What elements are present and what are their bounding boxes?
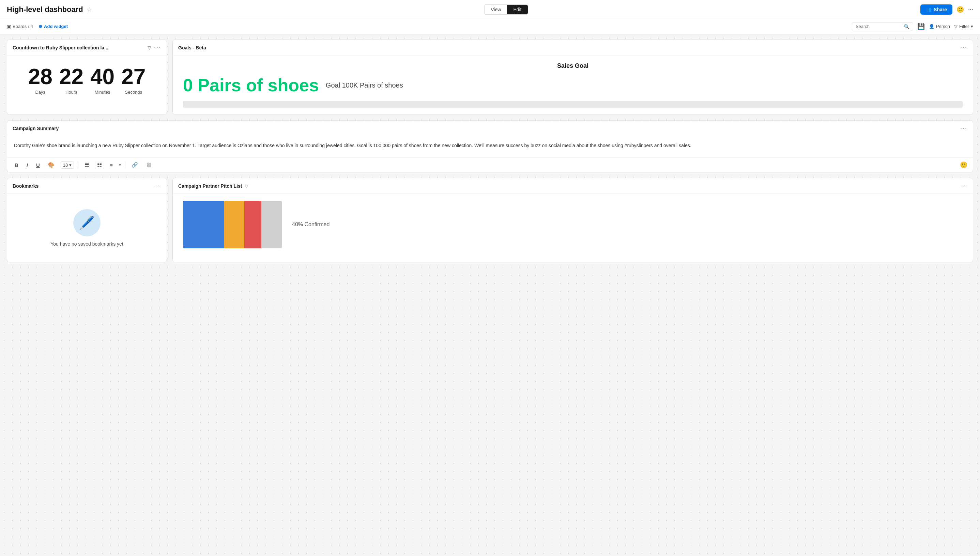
goals-widget-title: Goals - Beta — [178, 45, 206, 50]
campaign-summary-header: Campaign Summary ··· — [7, 121, 973, 136]
pitch-widget-header: Campaign Partner Pitch List ▽ ··· — [173, 178, 973, 194]
bold-button[interactable]: B — [13, 162, 21, 169]
unordered-list-button[interactable]: ☰ — [82, 161, 91, 169]
header-left: High-level dashboard ☆ — [7, 5, 92, 14]
countdown-hours-value: 22 — [59, 66, 84, 87]
countdown-days: 28 Days — [28, 66, 52, 95]
countdown-hours: 22 Hours — [59, 66, 84, 95]
bookmarks-title: Bookmarks — [13, 183, 39, 189]
pitch-bar-2 — [224, 200, 244, 248]
favorite-icon[interactable]: ☆ — [87, 6, 92, 13]
countdown-widget-header: Countdown to Ruby Slipper collection la.… — [7, 40, 167, 55]
filter-label: Filter — [959, 24, 969, 29]
edit-button[interactable]: Edit — [507, 5, 527, 14]
campaign-toolbar: B I U 🎨 18 ▾ ☰ ☷ ≡ ▾ 🔗 ⛓ 🙂 — [7, 157, 973, 172]
person-filter-button[interactable]: 👤 Person — [929, 24, 950, 29]
toolbar-divider-2 — [125, 162, 125, 168]
add-widget-label: Add widget — [44, 24, 68, 29]
unlink-button[interactable]: ⛓ — [144, 162, 153, 169]
countdown-minutes: 40 Minutes — [90, 66, 115, 95]
add-widget-button[interactable]: ⊕ Add widget — [39, 24, 68, 29]
share-label: Share — [934, 7, 947, 12]
bookmarks-empty-icon: 🖊️ — [73, 209, 100, 236]
search-box[interactable]: 🔍 — [852, 22, 913, 31]
app-header: High-level dashboard ☆ View Edit 👥 Share… — [0, 0, 980, 19]
emoji-button[interactable]: 🙂 — [960, 161, 967, 169]
align-button[interactable]: ≡ — [108, 162, 115, 169]
view-edit-toggle: View Edit — [484, 5, 528, 15]
countdown-days-value: 28 — [28, 66, 52, 87]
view-edit-group: View Edit — [484, 5, 528, 15]
campaign-summary-widget: Campaign Summary ··· Dorothy Gale's shoe… — [7, 120, 973, 172]
person-label: Person — [936, 24, 950, 29]
pitch-widget-title: Campaign Partner Pitch List — [178, 183, 242, 189]
pitch-confirmed-text: 40% Confirmed — [292, 221, 330, 228]
add-widget-plus-icon: ⊕ — [39, 24, 42, 29]
countdown-widget-title: Countdown to Ruby Slipper collection la.… — [13, 45, 108, 50]
save-view-icon[interactable]: 💾 — [917, 23, 925, 30]
font-size-chevron: ▾ — [69, 163, 71, 168]
countdown-seconds-value: 27 — [121, 66, 146, 87]
color-picker-button[interactable]: 🎨 — [46, 161, 57, 169]
pitch-bar-1 — [183, 200, 224, 248]
countdown-filter-icon[interactable]: ▽ — [147, 45, 151, 50]
filter-button[interactable]: ▽ Filter ▾ — [954, 24, 973, 29]
countdown-hours-label: Hours — [59, 90, 84, 95]
toolbar-divider-1 — [78, 162, 78, 168]
goals-body: Sales Goal 0 Pairs of shoes Goal 100K Pa… — [173, 55, 973, 115]
share-button[interactable]: 👥 Share — [920, 5, 953, 15]
header-right: 👥 Share 🙂 ··· — [920, 5, 973, 15]
bookmarks-body: 🖊️ You have no saved bookmarks yet — [7, 194, 167, 262]
boards-icon: ▣ — [7, 24, 11, 29]
countdown-more-button[interactable]: ··· — [154, 44, 161, 51]
countdown-widget-actions: ▽ ··· — [147, 44, 161, 51]
more-options-icon[interactable]: ··· — [968, 6, 973, 13]
filter-chevron-icon: ▾ — [971, 24, 973, 29]
pitch-filter-icon[interactable]: ▽ — [245, 183, 248, 189]
ordered-list-button[interactable]: ☷ — [95, 161, 103, 169]
row-3: Bookmarks ··· 🖊️ You have no saved bookm… — [7, 178, 973, 262]
campaign-summary-title: Campaign Summary — [13, 126, 58, 131]
goals-main: 0 Pairs of shoes Goal 100K Pairs of shoe… — [183, 75, 962, 95]
countdown-widget: Countdown to Ruby Slipper collection la.… — [7, 39, 167, 115]
breadcrumb-separator: / — [28, 24, 29, 29]
goals-target-label: Goal 100K Pairs of shoes — [326, 81, 403, 89]
pitch-widget: Campaign Partner Pitch List ▽ ··· 40% Co… — [172, 178, 973, 262]
font-size-selector[interactable]: 18 ▾ — [61, 162, 74, 169]
goals-progress-bar — [183, 101, 962, 108]
countdown-minutes-value: 40 — [90, 66, 115, 87]
subheader-right: 🔍 💾 👤 Person ▽ Filter ▾ — [852, 22, 973, 31]
row-2: Campaign Summary ··· Dorothy Gale's shoe… — [7, 120, 973, 172]
link-button[interactable]: 🔗 — [129, 161, 140, 169]
bookmarks-more-button[interactable]: ··· — [154, 182, 161, 189]
underline-button[interactable]: U — [34, 162, 42, 169]
pitch-bar-4 — [261, 200, 282, 248]
page-title: High-level dashboard — [7, 5, 83, 14]
countdown-minutes-label: Minutes — [90, 90, 115, 95]
goals-current-value: 0 Pairs of shoes — [183, 75, 319, 95]
boards-label[interactable]: Boards — [13, 24, 27, 29]
bookmarks-widget: Bookmarks ··· 🖊️ You have no saved bookm… — [7, 178, 167, 262]
feedback-icon[interactable]: 🙂 — [956, 6, 964, 13]
pitch-chart — [183, 200, 282, 248]
campaign-summary-more-button[interactable]: ··· — [960, 125, 967, 132]
goals-more-button[interactable]: ··· — [960, 44, 967, 51]
filter-icon: ▽ — [954, 24, 957, 29]
countdown-seconds: 27 Seconds — [121, 66, 146, 95]
bookmarks-empty-text: You have no saved bookmarks yet — [50, 241, 123, 247]
font-size-value: 18 — [63, 163, 68, 168]
pitch-body: 40% Confirmed — [173, 194, 973, 255]
goals-chart-title: Sales Goal — [183, 62, 962, 70]
main-content: Countdown to Ruby Slipper collection la.… — [0, 34, 980, 556]
countdown-days-label: Days — [28, 90, 52, 95]
view-button[interactable]: View — [485, 5, 507, 14]
pitch-more-button[interactable]: ··· — [960, 182, 967, 189]
underline-icon: U — [36, 162, 40, 168]
countdown-numbers: 28 Days 22 Hours 40 Minutes 27 Seconds — [28, 66, 146, 95]
italic-button[interactable]: I — [24, 162, 30, 169]
search-input[interactable] — [855, 24, 902, 29]
breadcrumb: ▣ Boards / 4 — [7, 24, 33, 29]
subheader: ▣ Boards / 4 ⊕ Add widget 🔍 💾 👤 Person ▽… — [0, 19, 980, 34]
row-1: Countdown to Ruby Slipper collection la.… — [7, 39, 973, 115]
campaign-body: Dorothy Gale's shoe brand is launching a… — [7, 136, 973, 155]
